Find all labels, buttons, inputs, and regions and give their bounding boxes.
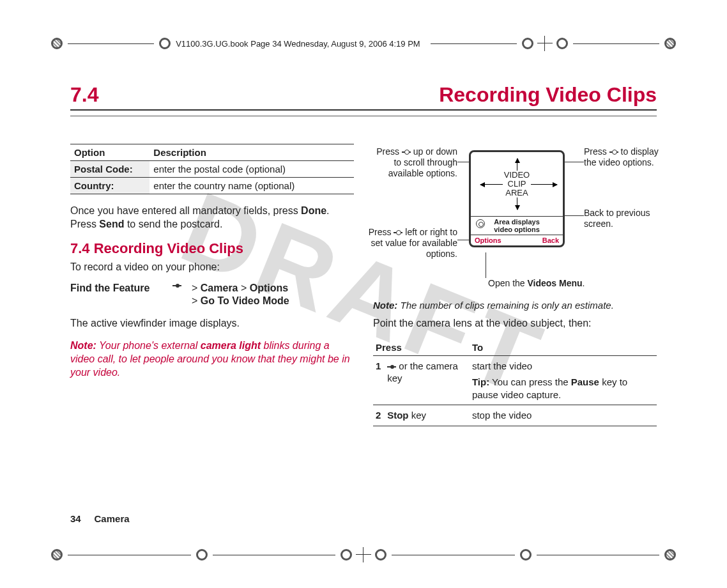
paragraph: The active viewfinder image displays. (70, 317, 354, 330)
description-cell: enter the postal code (optional) (149, 161, 354, 178)
description-cell: enter the country name (optional) (149, 178, 354, 194)
rule-line (68, 43, 154, 44)
option-cell: Country: (70, 178, 149, 194)
softkey-options: Options (475, 236, 501, 244)
callout-left-right: Press left or right to set value for ava… (368, 227, 457, 259)
table-row: 1 or the camera key start the video Tip:… (373, 355, 657, 405)
right-column: Press up or down to scroll through avail… (373, 144, 657, 426)
page-top-header: V1100.3G.UG.book Page 34 Wednesday, Augu… (51, 36, 676, 51)
nav-key-icon (609, 149, 618, 155)
nav-indicator-icon (476, 219, 485, 228)
feature-label: Find the Feature (70, 282, 172, 307)
ring-marker-icon (51, 549, 63, 561)
page-footer: 34 Camera (70, 513, 130, 524)
crop-mark-icon (522, 36, 568, 51)
option-cell: Postal Code: (70, 161, 149, 178)
section-number: 7.4 (70, 83, 98, 107)
section-header: 7.4 Recording Video Clips (70, 83, 657, 111)
page-bottom-header (51, 547, 676, 562)
nav-key-icon (402, 149, 411, 155)
callout-display-options: Press to display the video options. (584, 146, 661, 168)
paragraph: Once you have entered all mandatory fiel… (70, 205, 354, 231)
ring-marker-icon (520, 549, 532, 561)
callout-scroll: Press up or down to scroll through avail… (368, 146, 457, 178)
option-table-header: Option (70, 144, 149, 161)
nav-key-icon (394, 229, 402, 236)
callout-back: Back to previous screen. (584, 208, 661, 229)
book-tag: V1100.3G.UG.book Page 34 Wednesday, Augu… (176, 39, 420, 49)
crop-mark-icon (341, 547, 386, 562)
section-title: Recording Video Clips (439, 83, 657, 107)
page-number: 34 (70, 513, 81, 524)
option-table: Option Description Postal Code: enter th… (70, 144, 354, 194)
softkey-back: Back (542, 236, 559, 244)
subsection-heading: 7.4 Recording Video Clips (70, 240, 354, 257)
ring-marker-icon (159, 38, 171, 49)
rule-line (431, 43, 517, 44)
paragraph: To record a video on your phone: (70, 261, 354, 274)
step-table-header: Press (373, 339, 470, 356)
step-table: Press To 1 or the camera key start the v… (373, 339, 657, 426)
table-row: Postal Code: enter the postal code (opti… (70, 161, 354, 178)
paragraph: Point the camera lens at the video subje… (373, 317, 657, 330)
note-text: Note: The number of clips remaining is o… (373, 300, 657, 311)
ring-marker-icon (664, 549, 676, 561)
video-mode-diagram: Press up or down to scroll through avail… (373, 144, 657, 297)
chapter-name: Camera (95, 513, 130, 524)
options-strip-line1: Area displays (494, 218, 540, 226)
table-row: 2 Stop key stop the video (373, 405, 657, 426)
video-clip-area-label: VIDEOCLIPAREA (503, 171, 531, 198)
nav-key-icon (387, 364, 396, 370)
ring-marker-icon (664, 38, 676, 49)
ring-marker-icon (196, 549, 208, 561)
find-the-feature: Find the Feature > Camera > Options > Go… (70, 282, 354, 307)
left-column: Option Description Postal Code: enter th… (70, 144, 354, 426)
nav-key-icon (172, 282, 181, 289)
options-strip-line2: video options (494, 226, 540, 233)
rule-line (573, 43, 659, 44)
ring-marker-icon (51, 38, 63, 49)
phone-screen-mockup: VIDEOCLIPAREA Area displays video option… (469, 150, 565, 247)
option-table-header: Description (149, 144, 354, 161)
callout-open-menu: Open the Videos Menu. (488, 278, 585, 289)
table-row: Country: enter the country name (optiona… (70, 178, 354, 194)
step-table-header: To (470, 339, 657, 356)
note-text: Note: Your phone's external camera light… (70, 339, 354, 379)
